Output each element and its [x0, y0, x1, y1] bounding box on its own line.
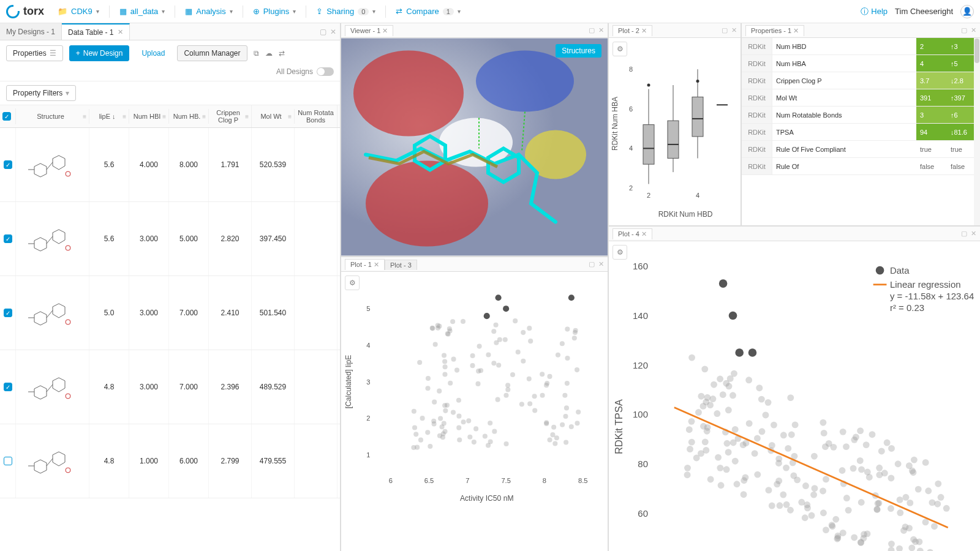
- col-structure[interactable]: Structure: [18, 113, 83, 120]
- nav-dataset[interactable]: ▦ all_data ▾: [115, 4, 170, 18]
- new-design-button[interactable]: + New Design: [69, 45, 130, 61]
- nav-compare[interactable]: ⇄ Compare 1 ▾: [391, 4, 466, 18]
- plot1-tab[interactable]: Plot - 1 ✕: [345, 259, 385, 270]
- property-filters-button[interactable]: Property Filters ▾: [6, 85, 76, 101]
- window-icon[interactable]: ▢: [722, 26, 728, 34]
- tab-data-table[interactable]: Data Table - 1 ✕: [62, 23, 130, 40]
- structures-button[interactable]: Structures: [556, 44, 601, 58]
- select-all-checkbox[interactable]: ✓: [2, 112, 11, 121]
- datatable-body[interactable]: ✓ Structure≡ lipE ↓≡ Num HBI≡ Num HB.≡ C…: [0, 105, 340, 551]
- column-menu-icon[interactable]: ≡: [245, 113, 249, 120]
- column-manager-button[interactable]: Column Manager: [177, 45, 247, 61]
- svg-point-141: [532, 408, 537, 413]
- close-pane-icon[interactable]: ✕: [971, 230, 976, 238]
- svg-point-356: [857, 457, 864, 464]
- svg-point-330: [763, 412, 769, 419]
- chevron-down-icon: ▾: [230, 8, 233, 15]
- close-pane-icon[interactable]: ✕: [598, 26, 604, 34]
- copy-icon[interactable]: ⧉: [254, 49, 259, 58]
- window-icon[interactable]: ▢: [589, 260, 595, 268]
- plot1-body[interactable]: ⚙ 66.577.588.512345Activity IC50 nM[Calc…: [341, 272, 608, 551]
- plot3-tab[interactable]: Plot - 3: [385, 260, 417, 270]
- row-checkbox[interactable]: ✓: [4, 160, 12, 169]
- viewer-3d[interactable]: Structures: [341, 38, 608, 256]
- col-lipe[interactable]: lipE ↓: [92, 113, 123, 120]
- window-icon[interactable]: ▢: [961, 26, 967, 34]
- column-menu-icon[interactable]: ≡: [83, 113, 86, 120]
- svg-point-260: [769, 442, 775, 449]
- window-icon[interactable]: ▢: [589, 26, 595, 34]
- svg-point-291: [840, 429, 846, 435]
- table-row[interactable]: 4.8 1.000 6.000 2.799 479.555: [0, 424, 340, 498]
- table-row[interactable]: ✓ 5.6 3.000 5.000 2.820 397.450: [0, 202, 340, 276]
- properties-tab[interactable]: Properties - 1 ✕: [745, 25, 804, 36]
- svg-line-2: [47, 162, 53, 170]
- close-icon[interactable]: ✕: [382, 27, 388, 34]
- table-row[interactable]: ✓ 4.8 3.000 7.000 2.396 489.529: [0, 350, 340, 424]
- column-menu-icon[interactable]: ≡: [202, 113, 206, 120]
- cloud-icon[interactable]: ☁: [265, 49, 273, 58]
- column-menu-icon[interactable]: ≡: [123, 113, 126, 120]
- close-pane-icon[interactable]: ✕: [330, 28, 336, 36]
- svg-text:2: 2: [647, 192, 650, 199]
- plot-settings-button[interactable]: ⚙: [612, 42, 627, 56]
- row-checkbox[interactable]: ✓: [4, 383, 12, 391]
- svg-text:8: 8: [543, 477, 546, 484]
- help-link[interactable]: ⓘ Help: [861, 6, 888, 17]
- table-row[interactable]: ✓ 5.6 4.000 8.000 1.791 520.539: [0, 128, 340, 202]
- row-checkbox[interactable]: ✓: [4, 309, 12, 317]
- svg-point-244: [787, 394, 794, 401]
- window-icon[interactable]: ▢: [961, 230, 967, 238]
- row-checkbox[interactable]: [4, 457, 12, 465]
- svg-point-119: [556, 353, 560, 358]
- plot4-body[interactable]: ⚙ 23456406080100120140160DataLinear regr…: [609, 241, 980, 551]
- col-rotbonds[interactable]: Num Rotata Bonds: [297, 109, 334, 124]
- plot-settings-button[interactable]: ⚙: [345, 276, 360, 290]
- col-hbd[interactable]: Num HBI: [132, 113, 162, 120]
- svg-point-239: [857, 427, 864, 434]
- user-avatar-icon[interactable]: 👤: [960, 5, 974, 18]
- properties-body[interactable]: RDKit Num HBD 2 3 RDKit Num HBA 4 5 RDKi…: [742, 38, 980, 225]
- upload-button[interactable]: Upload: [135, 46, 171, 61]
- plot4-chart: 23456406080100120140160DataLinear regres…: [609, 241, 980, 551]
- column-menu-icon[interactable]: ≡: [288, 113, 292, 120]
- close-pane-icon[interactable]: ✕: [731, 26, 737, 34]
- swap-icon[interactable]: ⇄: [279, 49, 285, 58]
- close-icon[interactable]: ✕: [118, 28, 123, 36]
- viewer-tab[interactable]: Viewer - 1 ✕: [345, 25, 393, 36]
- property-row: RDKit Num HBD 2 3: [742, 38, 980, 55]
- svg-point-343: [888, 547, 895, 551]
- all-designs-toggle[interactable]: [317, 67, 334, 76]
- separator: [109, 6, 110, 18]
- svg-text:8: 8: [629, 66, 633, 73]
- svg-point-71: [442, 359, 447, 364]
- plot-settings-button[interactable]: ⚙: [612, 245, 627, 260]
- window-icon[interactable]: ▢: [320, 28, 326, 36]
- plot2-tab[interactable]: Plot - 2 ✕: [612, 25, 652, 36]
- property-source: RDKit: [742, 124, 772, 140]
- plot2-body[interactable]: ⚙ 246824RDKit Num HBDRDKit Num HBA: [609, 38, 741, 225]
- column-menu-icon[interactable]: ≡: [162, 113, 166, 120]
- svg-point-19: [66, 394, 70, 399]
- nav-analysis[interactable]: ▦ Analysis ▾: [180, 4, 237, 18]
- nav-project[interactable]: 📁 CDK9 ▾: [53, 4, 104, 18]
- svg-point-376: [775, 478, 782, 484]
- plot4-tab[interactable]: Plot - 4 ✕: [612, 228, 652, 239]
- table-row[interactable]: ✓ 5.0 3.000 7.000 2.410 501.540: [0, 276, 340, 350]
- col-molwt[interactable]: Mol Wt: [254, 113, 288, 120]
- nav-sharing[interactable]: ⇪ Sharing 0 ▾: [311, 4, 380, 18]
- close-pane-icon[interactable]: ✕: [971, 26, 976, 34]
- properties-button[interactable]: Properties ☰: [6, 45, 63, 61]
- col-hba[interactable]: Num HB.: [172, 113, 202, 120]
- nav-plugins[interactable]: ⊕ Plugins ▾: [248, 4, 301, 18]
- svg-point-75: [550, 432, 555, 437]
- scrollbar[interactable]: [974, 38, 980, 225]
- close-pane-icon[interactable]: ✕: [598, 260, 604, 268]
- tab-my-designs[interactable]: My Designs - 1: [0, 23, 62, 40]
- svg-point-124: [439, 424, 444, 429]
- svg-point-111: [503, 393, 508, 398]
- svg-point-289: [874, 506, 881, 513]
- col-clogp[interactable]: Crippen Clog P: [211, 109, 245, 124]
- all-designs-label: All Designs: [276, 67, 313, 76]
- row-checkbox[interactable]: ✓: [4, 234, 12, 243]
